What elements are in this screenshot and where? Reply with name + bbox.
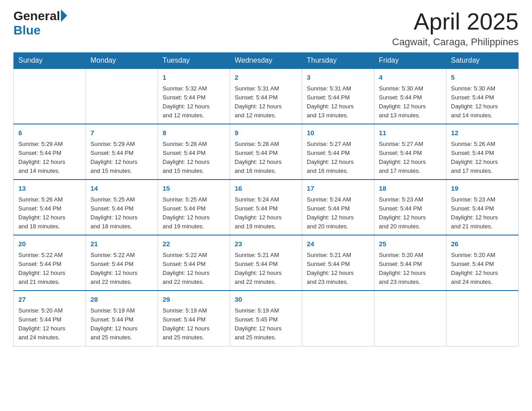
day-info: Daylight: 12 hours xyxy=(235,269,297,278)
day-info: Daylight: 12 hours xyxy=(235,324,297,333)
day-number: 10 xyxy=(307,128,369,138)
month-title: April 2025 xyxy=(392,9,519,34)
day-number: 28 xyxy=(90,295,153,305)
day-info: Sunrise: 5:28 AM xyxy=(163,140,225,149)
calendar-cell: 13Sunrise: 5:26 AMSunset: 5:44 PMDayligh… xyxy=(14,180,86,235)
day-info: Daylight: 12 hours xyxy=(451,102,514,111)
day-info: Sunrise: 5:23 AM xyxy=(451,195,514,204)
calendar-cell: 28Sunrise: 5:19 AMSunset: 5:44 PMDayligh… xyxy=(86,291,158,346)
week-row-4: 20Sunrise: 5:22 AMSunset: 5:44 PMDayligh… xyxy=(14,235,519,291)
calendar-cell: 17Sunrise: 5:24 AMSunset: 5:44 PMDayligh… xyxy=(302,180,374,235)
calendar-cell: 15Sunrise: 5:25 AMSunset: 5:44 PMDayligh… xyxy=(158,180,230,235)
day-info: and 15 minutes. xyxy=(163,167,225,176)
day-info: Sunrise: 5:20 AM xyxy=(451,251,514,260)
week-row-2: 6Sunrise: 5:29 AMSunset: 5:44 PMDaylight… xyxy=(14,124,519,180)
calendar-cell: 16Sunrise: 5:24 AMSunset: 5:44 PMDayligh… xyxy=(230,180,302,235)
day-info: and 22 minutes. xyxy=(235,278,297,287)
day-info: Sunset: 5:44 PM xyxy=(163,149,225,158)
calendar-header-sunday: Sunday xyxy=(14,53,86,69)
day-number: 29 xyxy=(163,295,225,305)
day-info: Daylight: 12 hours xyxy=(451,213,514,222)
day-info: Sunset: 5:44 PM xyxy=(90,315,153,324)
day-info: Daylight: 12 hours xyxy=(18,324,81,333)
day-info: Sunrise: 5:26 AM xyxy=(451,140,514,149)
day-info: Sunrise: 5:20 AM xyxy=(379,251,442,260)
day-info: Sunrise: 5:20 AM xyxy=(18,306,81,315)
calendar-cell: 18Sunrise: 5:23 AMSunset: 5:44 PMDayligh… xyxy=(374,180,446,235)
calendar-cell: 25Sunrise: 5:20 AMSunset: 5:44 PMDayligh… xyxy=(374,235,446,291)
day-info: and 23 minutes. xyxy=(307,278,369,287)
day-info: Sunrise: 5:27 AM xyxy=(379,140,442,149)
day-info: Daylight: 12 hours xyxy=(235,213,297,222)
day-info: Sunset: 5:44 PM xyxy=(379,260,442,269)
day-info: Sunrise: 5:30 AM xyxy=(451,84,514,93)
calendar-cell: 6Sunrise: 5:29 AMSunset: 5:44 PMDaylight… xyxy=(14,124,86,180)
day-info: Sunrise: 5:19 AM xyxy=(163,306,225,315)
day-info: Sunset: 5:44 PM xyxy=(18,149,81,158)
day-info: Sunrise: 5:21 AM xyxy=(235,251,297,260)
day-info: and 13 minutes. xyxy=(307,111,369,120)
day-info: and 14 minutes. xyxy=(18,167,81,176)
day-info: Daylight: 12 hours xyxy=(307,269,369,278)
calendar-header-tuesday: Tuesday xyxy=(158,53,230,69)
day-info: Daylight: 12 hours xyxy=(90,324,153,333)
calendar-cell: 14Sunrise: 5:25 AMSunset: 5:44 PMDayligh… xyxy=(86,180,158,235)
day-info: Daylight: 12 hours xyxy=(18,158,81,167)
day-info: Sunset: 5:44 PM xyxy=(18,260,81,269)
day-number: 4 xyxy=(379,73,442,83)
day-number: 30 xyxy=(235,295,297,305)
day-info: Daylight: 12 hours xyxy=(379,102,442,111)
day-info: Sunrise: 5:24 AM xyxy=(235,195,297,204)
calendar-cell: 3Sunrise: 5:31 AMSunset: 5:44 PMDaylight… xyxy=(302,68,374,124)
day-number: 18 xyxy=(379,184,442,194)
day-info: Sunset: 5:44 PM xyxy=(18,204,81,213)
day-number: 21 xyxy=(90,239,153,249)
day-info: Daylight: 12 hours xyxy=(379,158,442,167)
calendar-cell: 30Sunrise: 5:19 AMSunset: 5:45 PMDayligh… xyxy=(230,291,302,346)
calendar-cell: 22Sunrise: 5:22 AMSunset: 5:44 PMDayligh… xyxy=(158,235,230,291)
calendar-header-thursday: Thursday xyxy=(302,53,374,69)
day-number: 11 xyxy=(379,128,442,138)
day-info: Daylight: 12 hours xyxy=(379,269,442,278)
day-info: and 23 minutes. xyxy=(379,278,442,287)
day-number: 3 xyxy=(307,73,369,83)
day-info: Sunset: 5:44 PM xyxy=(307,93,369,102)
page-header: General Blue April 2025 Cagwait, Caraga,… xyxy=(13,9,519,48)
calendar-header-monday: Monday xyxy=(86,53,158,69)
day-number: 15 xyxy=(163,184,225,194)
day-info: and 20 minutes. xyxy=(379,222,442,231)
calendar-cell: 10Sunrise: 5:27 AMSunset: 5:44 PMDayligh… xyxy=(302,124,374,180)
day-number: 16 xyxy=(235,184,297,194)
calendar-cell: 19Sunrise: 5:23 AMSunset: 5:44 PMDayligh… xyxy=(446,180,519,235)
day-number: 2 xyxy=(235,73,297,83)
day-info: Daylight: 12 hours xyxy=(163,102,225,111)
calendar-header-row: SundayMondayTuesdayWednesdayThursdayFrid… xyxy=(14,53,519,69)
day-info: Sunset: 5:44 PM xyxy=(90,204,153,213)
day-info: and 22 minutes. xyxy=(163,278,225,287)
calendar-cell: 24Sunrise: 5:21 AMSunset: 5:44 PMDayligh… xyxy=(302,235,374,291)
day-info: and 17 minutes. xyxy=(379,167,442,176)
calendar-cell xyxy=(374,291,446,346)
day-info: Daylight: 12 hours xyxy=(163,213,225,222)
calendar-cell: 23Sunrise: 5:21 AMSunset: 5:44 PMDayligh… xyxy=(230,235,302,291)
day-info: Sunset: 5:44 PM xyxy=(451,149,514,158)
calendar-cell: 11Sunrise: 5:27 AMSunset: 5:44 PMDayligh… xyxy=(374,124,446,180)
calendar-cell: 9Sunrise: 5:28 AMSunset: 5:44 PMDaylight… xyxy=(230,124,302,180)
calendar-cell: 7Sunrise: 5:29 AMSunset: 5:44 PMDaylight… xyxy=(86,124,158,180)
calendar-cell xyxy=(86,68,158,124)
logo-text-blue: Blue xyxy=(13,23,41,38)
day-info: Sunset: 5:44 PM xyxy=(451,260,514,269)
day-info: Sunset: 5:44 PM xyxy=(90,149,153,158)
day-info: Daylight: 12 hours xyxy=(18,269,81,278)
calendar-cell: 1Sunrise: 5:32 AMSunset: 5:44 PMDaylight… xyxy=(158,68,230,124)
day-info: Sunset: 5:44 PM xyxy=(379,93,442,102)
day-info: Sunset: 5:44 PM xyxy=(90,260,153,269)
day-info: Sunset: 5:44 PM xyxy=(163,93,225,102)
logo-arrow-icon xyxy=(61,9,67,22)
day-info: Sunrise: 5:19 AM xyxy=(235,306,297,315)
calendar-header-saturday: Saturday xyxy=(446,53,519,69)
day-info: and 19 minutes. xyxy=(163,222,225,231)
calendar-cell: 8Sunrise: 5:28 AMSunset: 5:44 PMDaylight… xyxy=(158,124,230,180)
day-number: 25 xyxy=(379,239,442,249)
calendar-cell: 27Sunrise: 5:20 AMSunset: 5:44 PMDayligh… xyxy=(14,291,86,346)
